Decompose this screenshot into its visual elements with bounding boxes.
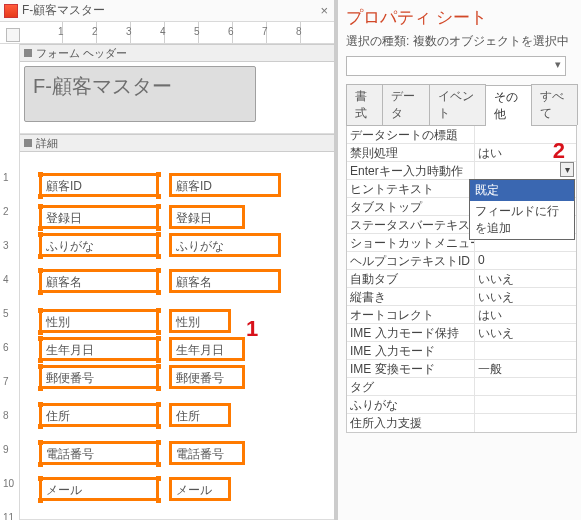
property-tab-0[interactable]: 書式 xyxy=(346,84,383,125)
field-row-5: 生年月日生年月日 xyxy=(40,338,314,362)
property-sheet-title: プロパティ シート xyxy=(346,6,577,29)
selected-object-dropdown[interactable] xyxy=(346,56,566,76)
section-bar-detail[interactable]: 詳細 xyxy=(20,134,334,152)
field-row-7: 住所住所 xyxy=(40,404,314,428)
field-control[interactable]: ふりがな xyxy=(170,234,280,256)
field-control[interactable]: 生年月日 xyxy=(170,338,244,360)
property-name: IME 変換モード xyxy=(347,360,475,377)
form-title-label[interactable]: F-顧客マスター xyxy=(24,66,256,122)
property-tab-bar: 書式データイベントその他すべて xyxy=(346,84,577,126)
property-row: データシートの標題 xyxy=(347,126,576,144)
section-bar-form-header[interactable]: フォーム ヘッダー xyxy=(20,44,334,62)
form-object-icon xyxy=(4,4,18,18)
field-control[interactable]: 郵便番号 xyxy=(170,366,244,388)
designer-tab-header: F-顧客マスター × xyxy=(0,0,334,22)
property-dropdown-item[interactable]: フィールドに行を追加 xyxy=(470,201,574,239)
property-row: Enterキー入力時動作▾既定フィールドに行を追加 xyxy=(347,162,576,180)
field-row-1: 登録日登録日 xyxy=(40,206,314,230)
property-value[interactable] xyxy=(475,396,576,413)
field-label[interactable]: 郵便番号 xyxy=(40,366,158,388)
annotation-callout-1: 1 xyxy=(246,316,258,342)
field-label[interactable]: 登録日 xyxy=(40,206,158,228)
property-name: Enterキー入力時動作 xyxy=(347,162,475,179)
property-name: 住所入力支援 xyxy=(347,414,475,432)
property-tab-3[interactable]: その他 xyxy=(485,85,532,126)
property-name: データシートの標題 xyxy=(347,126,475,143)
field-label[interactable]: メール xyxy=(40,478,158,500)
field-control[interactable]: 顧客名 xyxy=(170,270,280,292)
property-tab-1[interactable]: データ xyxy=(382,84,429,125)
field-label[interactable]: 電話番号 xyxy=(40,442,158,464)
property-value[interactable]: いいえ xyxy=(475,324,576,341)
property-tab-2[interactable]: イベント xyxy=(429,84,486,125)
property-row: IME 入力モード保持いいえ xyxy=(347,324,576,342)
property-row: IME 入力モード xyxy=(347,342,576,360)
field-label[interactable]: 生年月日 xyxy=(40,338,158,360)
field-row-4: 性別性別 xyxy=(40,310,314,334)
property-name: オートコレクト xyxy=(347,306,475,323)
designer-tab-title: F-顧客マスター xyxy=(22,2,105,19)
canvas-detail[interactable]: 顧客ID顧客ID登録日登録日ふりがなふりがな顧客名顧客名性別性別生年月日生年月日… xyxy=(20,152,334,520)
field-row-8: 電話番号電話番号 xyxy=(40,442,314,466)
property-name: 自動タブ xyxy=(347,270,475,287)
property-value[interactable] xyxy=(475,414,576,432)
property-row: 住所入力支援 xyxy=(347,414,576,432)
property-grid: データシートの標題禁則処理はいEnterキー入力時動作▾既定フィールドに行を追加… xyxy=(346,126,577,433)
field-label[interactable]: 顧客ID xyxy=(40,174,158,196)
property-value[interactable] xyxy=(475,378,576,395)
vertical-ruler: 1234567891011 xyxy=(0,44,20,520)
property-name: IME 入力モード保持 xyxy=(347,324,475,341)
property-name: ショートカットメニューバー xyxy=(347,234,475,251)
field-row-9: メールメール xyxy=(40,478,314,502)
property-value[interactable]: 0 xyxy=(475,252,576,269)
designer-tab-close[interactable]: × xyxy=(320,3,328,18)
property-row: IME 変換モード一般 xyxy=(347,360,576,378)
property-name: IME 入力モード xyxy=(347,342,475,359)
property-value[interactable] xyxy=(475,342,576,359)
property-row: ヘルプコンテキストID0 xyxy=(347,252,576,270)
property-name: ヘルプコンテキストID xyxy=(347,252,475,269)
property-value[interactable]: いいえ xyxy=(475,288,576,305)
field-label[interactable]: 顧客名 xyxy=(40,270,158,292)
property-row: タグ xyxy=(347,378,576,396)
property-name: ステータスバーテキスト xyxy=(347,216,475,233)
field-row-3: 顧客名顧客名 xyxy=(40,270,314,294)
field-control[interactable]: 性別 xyxy=(170,310,230,332)
property-dropdown-list: 既定フィールドに行を追加 xyxy=(469,179,575,240)
property-name: ふりがな xyxy=(347,396,475,413)
field-row-2: ふりがなふりがな xyxy=(40,234,314,258)
field-label[interactable]: 住所 xyxy=(40,404,158,426)
property-row: 縦書きいいえ xyxy=(347,288,576,306)
property-name: 縦書き xyxy=(347,288,475,305)
property-dropdown-button[interactable]: ▾ xyxy=(560,162,574,177)
property-row: 禁則処理はい xyxy=(347,144,576,162)
field-row-6: 郵便番号郵便番号 xyxy=(40,366,314,390)
property-value[interactable]: はい xyxy=(475,306,576,323)
property-value[interactable]: ▾既定フィールドに行を追加 xyxy=(475,162,576,179)
property-row: ふりがな xyxy=(347,396,576,414)
section-bar-label: 詳細 xyxy=(36,136,58,151)
field-label[interactable]: ふりがな xyxy=(40,234,158,256)
property-value[interactable]: 一般 xyxy=(475,360,576,377)
property-name: タブストップ xyxy=(347,198,475,215)
field-control[interactable]: 住所 xyxy=(170,404,230,426)
section-bar-label: フォーム ヘッダー xyxy=(36,46,127,61)
horizontal-ruler: 12345678 xyxy=(0,22,334,44)
canvas-form-header[interactable]: F-顧客マスター xyxy=(20,62,334,134)
field-control[interactable]: 登録日 xyxy=(170,206,244,228)
property-tab-4[interactable]: すべて xyxy=(531,84,578,125)
property-name: 禁則処理 xyxy=(347,144,475,161)
property-row: オートコレクトはい xyxy=(347,306,576,324)
field-control[interactable]: メール xyxy=(170,478,230,500)
property-value[interactable]: いいえ xyxy=(475,270,576,287)
property-name: タグ xyxy=(347,378,475,395)
field-row-0: 顧客ID顧客ID xyxy=(40,174,314,198)
selection-type-label: 選択の種類: 複数のオブジェクトを選択中 xyxy=(346,33,577,50)
field-control[interactable]: 電話番号 xyxy=(170,442,244,464)
property-dropdown-item[interactable]: 既定 xyxy=(470,180,574,201)
annotation-callout-2: 2 xyxy=(553,138,565,164)
property-row: 自動タブいいえ xyxy=(347,270,576,288)
field-label[interactable]: 性別 xyxy=(40,310,158,332)
property-name: ヒントテキスト xyxy=(347,180,475,197)
field-control[interactable]: 顧客ID xyxy=(170,174,280,196)
